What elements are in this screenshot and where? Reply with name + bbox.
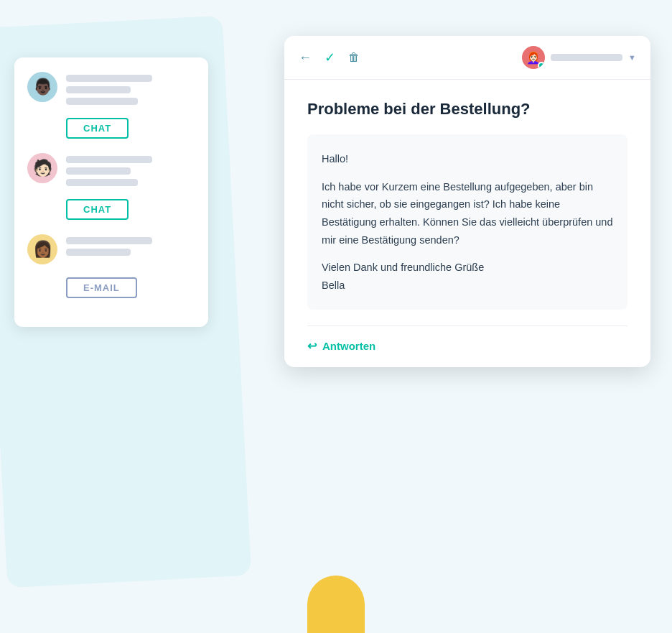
chat-preview-lines: [66, 153, 195, 186]
chat-list-panel: CHAT CHAT E-MAIL: [14, 57, 208, 327]
divider: [307, 325, 627, 326]
list-item: [27, 153, 195, 186]
avatar: [27, 234, 57, 264]
preview-line: [66, 156, 152, 163]
preview-line: [66, 249, 131, 256]
preview-line: [66, 167, 131, 175]
email-content: Probleme bei der Bestellung? Hallo! Ich …: [284, 80, 650, 367]
reply-label: Antworten: [322, 340, 375, 352]
preview-line: [66, 75, 152, 82]
email-badge[interactable]: E-MAIL: [66, 277, 137, 298]
agent-avatar: [522, 46, 545, 69]
email-title: Probleme bei der Bestellung?: [307, 100, 627, 119]
bottom-decoration: [307, 576, 365, 633]
chat-preview-lines: [66, 72, 195, 105]
email-body-box: Hallo! Ich habe vor Kurzem eine Bestellu…: [307, 134, 627, 310]
avatar: [27, 72, 57, 102]
badge-container: CHAT: [66, 199, 195, 220]
email-paragraph-2: Ich habe vor Kurzem eine Bestellung aufg…: [322, 178, 613, 249]
chat-badge-2[interactable]: CHAT: [66, 199, 129, 220]
online-indicator: [538, 62, 545, 69]
preview-line: [66, 86, 131, 93]
trash-icon[interactable]: 🗑: [348, 51, 360, 64]
email-paragraph-1: Hallo!: [322, 150, 613, 168]
check-icon[interactable]: ✓: [325, 50, 335, 65]
preview-line: [66, 179, 138, 186]
list-item: [27, 234, 195, 264]
user-badge: ▼: [522, 46, 636, 69]
reply-arrow-icon: ↩: [307, 339, 317, 353]
reply-button[interactable]: ↩ Antworten: [307, 339, 375, 353]
avatar-face-1: [33, 78, 52, 96]
avatar-face-2: [33, 159, 52, 177]
user-name-placeholder: [551, 54, 622, 61]
badge-container: CHAT: [66, 118, 195, 139]
avatar-face-3: [33, 240, 52, 259]
chat-badge-1[interactable]: CHAT: [66, 118, 129, 139]
list-item: [27, 72, 195, 105]
chat-preview-lines: [66, 234, 195, 256]
preview-line: [66, 98, 138, 105]
back-icon[interactable]: ←: [299, 50, 312, 65]
badge-container: E-MAIL: [66, 277, 195, 298]
email-detail-panel: ← ✓ 🗑 ▼ Probleme bei der Bestellung? Hal…: [284, 36, 650, 367]
email-body: Hallo! Ich habe vor Kurzem eine Bestellu…: [322, 150, 613, 294]
avatar: [27, 153, 57, 183]
email-paragraph-3: Vielen Dank und freundliche Grüße Bella: [322, 259, 613, 294]
toolbar: ← ✓ 🗑 ▼: [284, 36, 650, 80]
preview-line: [66, 237, 152, 244]
chevron-down-icon[interactable]: ▼: [628, 53, 636, 62]
